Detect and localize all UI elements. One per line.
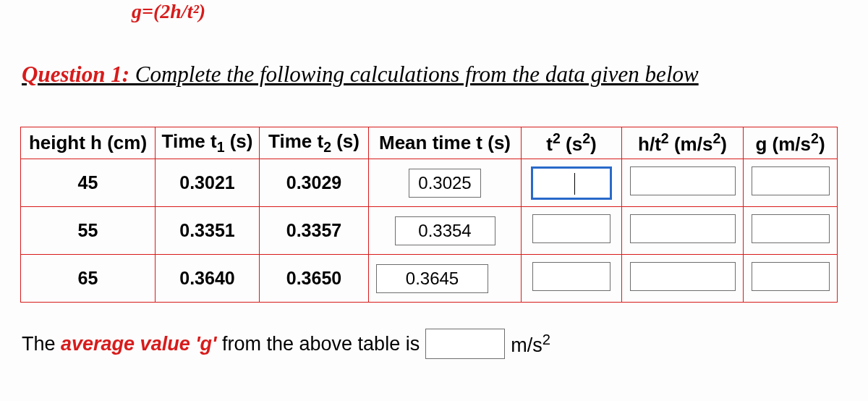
avg-text-pre: The	[22, 333, 61, 355]
cell-t2: 0.3650	[260, 255, 369, 303]
g-input[interactable]	[752, 262, 830, 291]
cell-mean-time: 0.3025	[369, 159, 522, 207]
cell-t2: 0.3029	[260, 159, 369, 207]
cell-t1: 0.3351	[156, 207, 260, 255]
cell-mean-time: 0.3354	[369, 207, 522, 255]
cell-h-over-t2	[622, 159, 744, 207]
cell-h-over-t2	[622, 207, 744, 255]
g-input[interactable]	[752, 166, 830, 195]
cell-h: 55	[21, 207, 156, 255]
question-label: Question 1:	[22, 62, 129, 87]
table-row: 45 0.3021 0.3029 0.3025	[21, 159, 838, 207]
text-caret-icon	[574, 173, 575, 195]
table-header-row: height h (cm) Time t1 (s) Time t2 (s) Me…	[21, 127, 838, 159]
formula-text: g=(2h/t²)	[132, 0, 205, 23]
col-header-time1: Time t1 (s)	[156, 127, 260, 159]
col-header-time2: Time t2 (s)	[260, 127, 369, 159]
calculations-table: height h (cm) Time t1 (s) Time t2 (s) Me…	[20, 127, 838, 303]
col-header-t-squared: t2 (s2)	[522, 127, 622, 159]
cell-t-squared	[522, 207, 622, 255]
cell-t2: 0.3357	[260, 207, 369, 255]
average-g-input[interactable]	[425, 329, 505, 359]
col-header-g: g (m/s2)	[744, 127, 838, 159]
avg-unit: m/s2	[511, 332, 550, 357]
avg-highlight: average value 'g'	[61, 333, 216, 355]
t-squared-input[interactable]	[532, 262, 610, 291]
cell-mean-time: 0.3645	[369, 255, 522, 303]
table-row: 55 0.3351 0.3357 0.3354	[21, 207, 838, 255]
t-squared-input[interactable]	[532, 214, 610, 243]
g-input[interactable]	[752, 214, 830, 243]
col-header-mean-time: Mean time t (s)	[369, 127, 522, 159]
cell-g	[744, 207, 838, 255]
mean-time-display: 0.3354	[395, 216, 495, 245]
col-header-height: height h (cm)	[21, 127, 156, 159]
cell-t-squared	[522, 255, 622, 303]
avg-text-post: from the above table is	[217, 333, 420, 355]
table-row: 65 0.3640 0.3650 0.3645	[21, 255, 838, 303]
h-over-t2-input[interactable]	[630, 214, 736, 243]
cell-h-over-t2	[622, 255, 744, 303]
cell-t1: 0.3021	[156, 159, 260, 207]
cell-h: 65	[21, 255, 156, 303]
cell-t1: 0.3640	[156, 255, 260, 303]
cell-h: 45	[21, 159, 156, 207]
cell-g	[744, 255, 838, 303]
h-over-t2-input[interactable]	[630, 166, 736, 195]
cell-g	[744, 159, 838, 207]
mean-time-display: 0.3645	[376, 264, 488, 293]
col-header-h-over-t2: h/t2 (m/s2)	[622, 127, 744, 159]
mean-time-display: 0.3025	[409, 169, 481, 198]
question-heading: Question 1: Complete the following calcu…	[22, 62, 699, 88]
cell-t-squared	[522, 159, 622, 207]
average-value-line: The average value 'g' from the above tab…	[22, 329, 550, 359]
question-text: Complete the following calculations from…	[129, 62, 699, 87]
h-over-t2-input[interactable]	[630, 262, 736, 291]
t-squared-input[interactable]	[531, 166, 612, 200]
